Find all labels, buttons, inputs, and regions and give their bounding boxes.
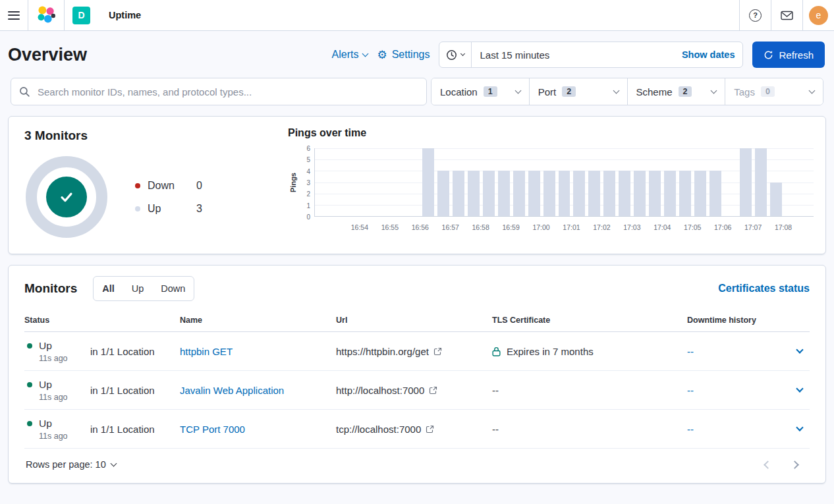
status-label: Up — [39, 418, 52, 430]
time-range-display[interactable]: Last 15 minutes — [472, 49, 673, 61]
elastic-home-button[interactable] — [28, 0, 65, 30]
monitor-url-cell: tcp://localhost:7000 — [336, 424, 492, 435]
monitor-name-link[interactable]: Javalin Web Application — [180, 385, 284, 396]
x-tick-label: 16:59 — [502, 223, 519, 231]
alerts-dropdown[interactable]: Alerts — [332, 49, 368, 61]
status-up-dot-icon — [27, 382, 32, 387]
bar — [559, 171, 570, 216]
bar-slot — [572, 148, 587, 216]
y-tick-label: 2 — [306, 190, 310, 198]
bar-slot — [753, 148, 768, 216]
chevron-down-icon — [809, 87, 816, 94]
expand-row-button[interactable] — [790, 428, 810, 430]
bar — [483, 171, 495, 216]
column-header-url: Url — [336, 316, 492, 325]
bar — [694, 171, 706, 216]
y-tick-label: 5 — [306, 156, 310, 163]
tab-all[interactable]: All — [94, 277, 123, 300]
expand-row-button[interactable] — [790, 389, 810, 391]
bar — [740, 148, 752, 216]
filter-dropdown-port[interactable]: Port2 — [530, 78, 628, 105]
elastic-logo-icon — [36, 5, 56, 25]
downtime-history-cell: -- — [687, 346, 790, 357]
search-input[interactable] — [36, 86, 418, 98]
all-up-badge — [46, 177, 87, 217]
table-header-row: StatusNameUrlTLS CertificateDowntime his… — [24, 313, 810, 332]
user-menu-button[interactable]: e — [802, 0, 834, 30]
external-link-icon[interactable] — [426, 425, 434, 434]
menu-button[interactable] — [0, 0, 28, 30]
hamburger-icon — [8, 11, 20, 20]
filter-dropdown-location[interactable]: Location1 — [431, 78, 530, 105]
bar-slot — [360, 148, 375, 216]
legend-dot-icon — [135, 206, 140, 211]
tab-up[interactable]: Up — [123, 277, 153, 300]
tab-down[interactable]: Down — [152, 277, 194, 300]
bar-slot — [723, 148, 738, 216]
bar-slot — [526, 148, 542, 216]
newsfeed-button[interactable] — [771, 0, 802, 30]
monitors-summary: 3 Monitors Down0Up3 — [24, 127, 288, 239]
external-link-icon[interactable] — [429, 386, 437, 395]
plot-area — [314, 148, 814, 217]
y-axis-ticks: 0123456 — [298, 148, 314, 217]
table-row: Up11s agoin 1/1 LocationTCP Port 7000tcp… — [24, 410, 810, 449]
help-button[interactable]: ? — [739, 0, 771, 30]
expand-row-button[interactable] — [790, 350, 810, 352]
filter-label: Tags — [734, 86, 755, 98]
quick-select-button[interactable] — [439, 42, 472, 67]
x-tick-label: 16:54 — [351, 223, 368, 231]
bar-slot — [783, 148, 798, 216]
bar-slot — [330, 148, 345, 216]
search-icon — [19, 86, 30, 98]
bar-slot — [481, 148, 496, 216]
external-link-icon[interactable] — [433, 347, 442, 356]
monitor-url: tcp://localhost:7000 — [336, 424, 421, 435]
x-axis-labels: 16:5416:5516:5616:5716:5816:5917:0017:01… — [314, 217, 814, 239]
filters-toolbar: Location1Port2Scheme2Tags0 — [11, 78, 823, 105]
chevron-down-icon — [110, 460, 117, 466]
status-up-dot-icon — [27, 343, 32, 349]
x-tick-label: 17:05 — [684, 223, 701, 231]
table-row: Up11s agoin 1/1 Locationhttpbin GEThttps… — [24, 332, 810, 371]
certificates-status-link[interactable]: Certificates status — [718, 283, 810, 294]
show-dates-button[interactable]: Show dates — [674, 49, 743, 60]
settings-link[interactable]: ⚙ Settings — [377, 49, 430, 61]
envelope-icon — [781, 11, 793, 20]
monitor-name-link[interactable]: httpbin GET — [180, 346, 233, 357]
chevron-down-icon — [796, 346, 803, 353]
y-tick-label: 3 — [306, 179, 310, 186]
status-label: Up — [39, 340, 52, 352]
tls-text: Expires in 7 months — [507, 346, 594, 357]
rows-per-page-button[interactable]: Rows per page: 10 — [26, 459, 116, 470]
breadcrumb[interactable]: Uptime — [98, 0, 149, 30]
bar — [498, 171, 510, 216]
downtime-history-cell: -- — [687, 385, 790, 396]
avatar: e — [809, 6, 828, 25]
bar-slot — [708, 148, 723, 216]
pings-chart: Pings over time Pings 0123456 16:5416:55… — [288, 127, 814, 239]
bars — [315, 148, 814, 216]
y-tick-label: 1 — [306, 202, 310, 209]
filter-dropdown-scheme[interactable]: Scheme2 — [628, 78, 726, 105]
legend-item: Up3 — [135, 203, 202, 215]
refresh-button[interactable]: Refresh — [752, 42, 825, 68]
monitor-location-cell: in 1/1 Location — [90, 346, 180, 357]
bar — [709, 171, 721, 216]
bar-slot — [768, 148, 783, 216]
tls-text: -- — [492, 385, 499, 396]
deployment-badge[interactable]: D — [65, 0, 98, 30]
refresh-icon — [764, 50, 773, 60]
legend-label: Up — [148, 203, 196, 215]
page-title: Overview — [8, 45, 87, 65]
monitor-name-link[interactable]: TCP Port 7000 — [180, 424, 245, 435]
x-tick-label: 16:57 — [442, 223, 459, 231]
column-header-downtime-history: Downtime history — [687, 316, 790, 325]
monitor-status-cell: Up11s ago — [24, 379, 90, 402]
chart-title: Pings over time — [288, 127, 814, 139]
topbar-actions: ? e — [739, 0, 834, 30]
bar-slot — [421, 148, 436, 216]
table-row: Up11s agoin 1/1 LocationJavalin Web Appl… — [24, 371, 810, 410]
tls-certificate-cell: -- — [492, 424, 687, 435]
monitor-url-cell: https://httpbin.org/get — [336, 346, 492, 357]
